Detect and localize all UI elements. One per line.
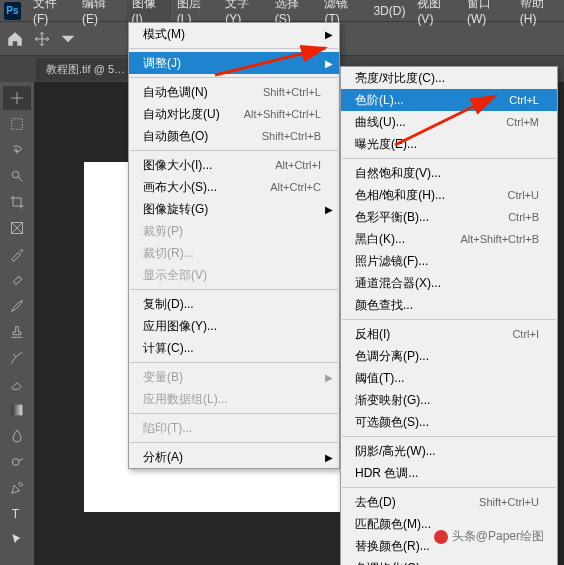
- menu-3d[interactable]: 3D(D): [367, 1, 411, 21]
- menu-item[interactable]: 阈值(T)...: [341, 367, 557, 389]
- menu-file[interactable]: 文件(F): [27, 0, 76, 29]
- menu-item[interactable]: 去色(D)Shift+Ctrl+U: [341, 491, 557, 513]
- menu-item[interactable]: 自动对比度(U)Alt+Shift+Ctrl+L: [129, 103, 339, 125]
- menu-item[interactable]: 自然饱和度(V)...: [341, 162, 557, 184]
- menu-help[interactable]: 帮助(H): [514, 0, 564, 29]
- menu-item[interactable]: 反相(I)Ctrl+I: [341, 323, 557, 345]
- menu-window[interactable]: 窗口(W): [461, 0, 514, 29]
- menu-item[interactable]: 黑白(K)...Alt+Shift+Ctrl+B: [341, 228, 557, 250]
- menu-item[interactable]: 可选颜色(S)...: [341, 411, 557, 433]
- menu-item: 应用数据组(L)...: [129, 388, 339, 410]
- crop-tool[interactable]: [3, 190, 31, 214]
- svg-rect-3: [13, 276, 21, 284]
- menu-item[interactable]: 色调均化(Q): [341, 557, 557, 565]
- watermark-text: 头条@Paper绘图: [452, 528, 544, 545]
- pen-tool[interactable]: [3, 476, 31, 500]
- menu-item[interactable]: 亮度/对比度(C)...: [341, 67, 557, 89]
- menu-item[interactable]: 模式(M)▶: [129, 23, 339, 45]
- document-tab[interactable]: 教程图.tif @ 5…: [36, 58, 135, 81]
- heal-tool[interactable]: [3, 268, 31, 292]
- dodge-tool[interactable]: [3, 450, 31, 474]
- svg-point-5: [12, 459, 19, 466]
- svg-rect-4: [12, 405, 23, 416]
- menu-item[interactable]: 计算(C)...: [129, 337, 339, 359]
- move-icon: [34, 31, 50, 47]
- svg-text:T: T: [12, 507, 20, 521]
- menu-item[interactable]: 色阶(L)...Ctrl+L: [341, 89, 557, 111]
- menu-item[interactable]: 曲线(U)...Ctrl+M: [341, 111, 557, 133]
- menu-item[interactable]: 分析(A)▶: [129, 446, 339, 468]
- eraser-tool[interactable]: [3, 372, 31, 396]
- path-select-tool[interactable]: [3, 528, 31, 552]
- menu-item[interactable]: 调整(J)▶: [129, 52, 339, 74]
- menu-item[interactable]: 复制(D)...: [129, 293, 339, 315]
- svg-rect-0: [12, 119, 23, 130]
- menu-item[interactable]: 色相/饱和度(H)...Ctrl+U: [341, 184, 557, 206]
- watermark: 头条@Paper绘图: [434, 528, 544, 545]
- menu-item[interactable]: 渐变映射(G)...: [341, 389, 557, 411]
- menu-item: 陷印(T)...: [129, 417, 339, 439]
- menu-item[interactable]: 图像旋转(G)▶: [129, 198, 339, 220]
- menu-item[interactable]: 色调分离(P)...: [341, 345, 557, 367]
- menu-item[interactable]: 应用图像(Y)...: [129, 315, 339, 337]
- history-brush-tool[interactable]: [3, 346, 31, 370]
- quick-select-tool[interactable]: [3, 164, 31, 188]
- menu-item[interactable]: 曝光度(E)...: [341, 133, 557, 155]
- eyedropper-tool[interactable]: [3, 242, 31, 266]
- move-tool[interactable]: [3, 86, 31, 110]
- app-logo: Ps: [4, 2, 21, 20]
- brush-tool[interactable]: [3, 294, 31, 318]
- menu-item: 显示全部(V): [129, 264, 339, 286]
- lasso-tool[interactable]: [3, 138, 31, 162]
- blur-tool[interactable]: [3, 424, 31, 448]
- svg-point-1: [12, 171, 19, 178]
- home-icon[interactable]: [6, 30, 24, 48]
- menu-edit[interactable]: 编辑(E): [76, 0, 126, 29]
- watermark-icon: [434, 530, 448, 544]
- frame-tool[interactable]: [3, 216, 31, 240]
- menu-item[interactable]: 颜色查找...: [341, 294, 557, 316]
- tools-panel: T: [0, 82, 34, 552]
- menu-item: 裁切(R)...: [129, 242, 339, 264]
- menu-item[interactable]: 自动色调(N)Shift+Ctrl+L: [129, 81, 339, 103]
- menu-item[interactable]: 通道混合器(X)...: [341, 272, 557, 294]
- menu-item[interactable]: 图像大小(I)...Alt+Ctrl+I: [129, 154, 339, 176]
- type-tool[interactable]: T: [3, 502, 31, 526]
- menu-item: 变量(B)▶: [129, 366, 339, 388]
- menu-item[interactable]: 照片滤镜(F)...: [341, 250, 557, 272]
- menu-view[interactable]: 视图(V): [411, 0, 461, 29]
- stamp-tool[interactable]: [3, 320, 31, 344]
- dropdown-icon[interactable]: [60, 31, 76, 47]
- adjustments-submenu: 亮度/对比度(C)...色阶(L)...Ctrl+L曲线(U)...Ctrl+M…: [340, 66, 558, 565]
- marquee-tool[interactable]: [3, 112, 31, 136]
- image-menu: 模式(M)▶调整(J)▶自动色调(N)Shift+Ctrl+L自动对比度(U)A…: [128, 22, 340, 469]
- menu-item[interactable]: 画布大小(S)...Alt+Ctrl+C: [129, 176, 339, 198]
- menu-item[interactable]: 自动颜色(O)Shift+Ctrl+B: [129, 125, 339, 147]
- menu-item: 裁剪(P): [129, 220, 339, 242]
- menu-item[interactable]: 色彩平衡(B)...Ctrl+B: [341, 206, 557, 228]
- menubar: Ps 文件(F) 编辑(E) 图像(I) 图层(L) 文字(Y) 选择(S) 滤…: [0, 0, 564, 22]
- menu-item[interactable]: 阴影/高光(W)...: [341, 440, 557, 462]
- menu-item[interactable]: HDR 色调...: [341, 462, 557, 484]
- gradient-tool[interactable]: [3, 398, 31, 422]
